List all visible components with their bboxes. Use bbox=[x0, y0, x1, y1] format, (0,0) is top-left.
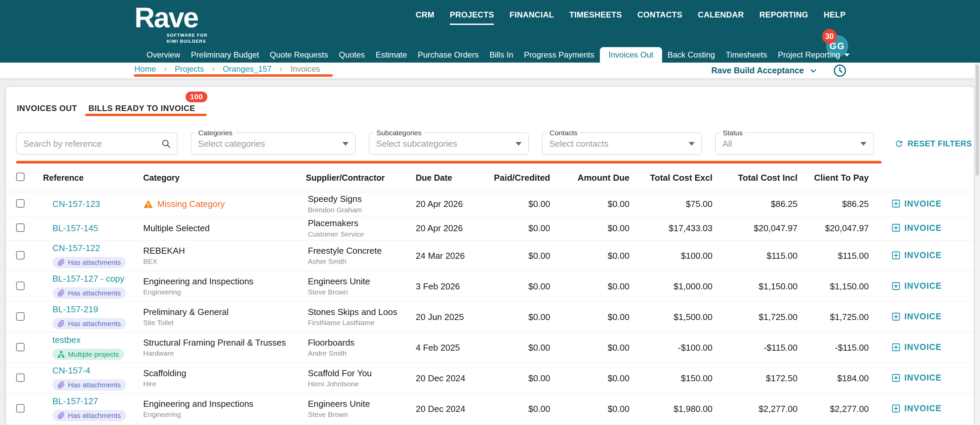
column-header-total-cost-excl: Total Cost Excl bbox=[630, 173, 713, 183]
row-checkbox[interactable] bbox=[16, 251, 24, 259]
supplier-name: Placemakers bbox=[308, 218, 416, 228]
total-cost-excl: -$100.00 bbox=[630, 343, 713, 353]
tab-invoices-out[interactable]: INVOICES OUT bbox=[17, 100, 77, 117]
row-checkbox[interactable] bbox=[16, 343, 24, 351]
reset-filters-button[interactable]: RESET FILTERS bbox=[892, 139, 974, 149]
top-nav-item-projects[interactable]: PROJECTS bbox=[450, 10, 494, 19]
add-invoice-icon bbox=[891, 223, 901, 233]
invoice-button[interactable]: INVOICE bbox=[889, 372, 944, 383]
project-nav-item-timesheets[interactable]: Timesheets bbox=[720, 47, 772, 62]
project-nav-item-estimate[interactable]: Estimate bbox=[371, 47, 412, 62]
invoice-button[interactable]: INVOICE bbox=[889, 250, 944, 260]
breadcrumb-projects[interactable]: Projects bbox=[175, 64, 204, 74]
row-checkbox[interactable] bbox=[16, 374, 24, 382]
project-nav-item-invoices-out[interactable]: Invoices Out bbox=[600, 47, 662, 62]
select-all-checkbox[interactable] bbox=[16, 173, 24, 181]
row-checkbox[interactable] bbox=[16, 404, 24, 412]
scrollbar-thumb[interactable] bbox=[976, 65, 979, 176]
filter-select-contacts[interactable]: Contacts Select contacts bbox=[542, 133, 702, 155]
reset-filters-label: RESET FILTERS bbox=[908, 139, 972, 149]
search-icon[interactable] bbox=[161, 139, 171, 149]
top-nav-item-help[interactable]: HELP bbox=[824, 10, 846, 19]
project-selector[interactable]: Rave Build Acceptance bbox=[709, 65, 819, 76]
total-cost-incl: $20,047.97 bbox=[713, 223, 797, 233]
project-nav-item-quotes[interactable]: Quotes bbox=[333, 47, 370, 62]
reference-link[interactable]: BL-157-127 bbox=[52, 396, 98, 406]
notification-badge[interactable]: 30 bbox=[822, 29, 837, 44]
add-invoice-icon bbox=[891, 343, 901, 352]
supplier-name: Speedy Signs bbox=[308, 194, 416, 204]
scrollbar[interactable] bbox=[975, 62, 980, 425]
filter-select-categories[interactable]: Categories Select categories bbox=[191, 133, 356, 155]
supplier-contact: Asher Smith bbox=[308, 257, 416, 265]
invoice-button[interactable]: INVOICE bbox=[889, 281, 944, 291]
add-invoice-icon bbox=[891, 251, 901, 260]
supplier-contact: Brendon Graham bbox=[308, 206, 416, 214]
invoice-button[interactable]: INVOICE bbox=[889, 342, 944, 352]
reference-link[interactable]: CN-157-123 bbox=[52, 199, 100, 209]
project-nav-item-back-costing[interactable]: Back Costing bbox=[662, 47, 720, 62]
column-header-paid-credited: Paid/Credited bbox=[490, 173, 550, 183]
project-nav-item-purchase-orders[interactable]: Purchase Orders bbox=[412, 47, 484, 62]
category-subtext: Engineering bbox=[143, 411, 253, 419]
filter-select-status[interactable]: Status All bbox=[715, 133, 873, 155]
paid-credited: $0.00 bbox=[490, 373, 550, 383]
paid-credited: $0.00 bbox=[490, 251, 550, 261]
filter-select-value: Select contacts bbox=[549, 139, 608, 149]
row-checkbox[interactable] bbox=[16, 199, 24, 208]
breadcrumb-home[interactable]: Home bbox=[134, 64, 156, 74]
history-button[interactable] bbox=[833, 64, 847, 78]
app: Rave SOFTWARE FOR KIWI BUILDERS CRMPROJE… bbox=[0, 0, 980, 425]
rave-logo[interactable]: Rave SOFTWARE FOR KIWI BUILDERS bbox=[134, 3, 208, 44]
has-attachments-chip: Has attachments bbox=[52, 257, 126, 268]
total-cost-incl: $172.50 bbox=[713, 373, 797, 383]
breadcrumb-separator: › bbox=[280, 64, 282, 74]
due-date: 20 Dec 2024 bbox=[416, 373, 490, 383]
row-checkbox[interactable] bbox=[16, 312, 24, 321]
paperclip-icon bbox=[57, 412, 65, 419]
reference-link[interactable]: testbex bbox=[52, 335, 81, 345]
project-nav-item-overview[interactable]: Overview bbox=[141, 47, 186, 62]
invoice-button[interactable]: INVOICE bbox=[889, 198, 944, 209]
total-cost-excl: $100.00 bbox=[630, 251, 713, 261]
breadcrumb: Home›Projects›Oranges_157›Invoices bbox=[134, 62, 320, 75]
tab-bills-ready-to-invoice[interactable]: BILLS READY TO INVOICE 100 bbox=[88, 100, 195, 117]
invoice-button[interactable]: INVOICE bbox=[889, 223, 944, 233]
project-nav-item-preliminary-budget[interactable]: Preliminary Budget bbox=[186, 47, 264, 62]
invoice-button[interactable]: INVOICE bbox=[889, 403, 944, 414]
paid-credited: $0.00 bbox=[490, 312, 550, 322]
chevron-down-icon bbox=[809, 67, 817, 75]
project-nav-item-project-reporting[interactable]: Project Reporting bbox=[772, 47, 854, 62]
reference-link[interactable]: CN-157-4 bbox=[52, 366, 91, 376]
top-nav-item-financial[interactable]: FINANCIAL bbox=[509, 10, 554, 19]
row-checkbox[interactable] bbox=[16, 224, 24, 232]
project-nav-item-bills-in[interactable]: Bills In bbox=[484, 47, 519, 62]
table-row: BL-157-127 Has attachments Engineering a… bbox=[6, 394, 974, 424]
top-nav-item-timesheets[interactable]: TIMESHEETS bbox=[569, 10, 622, 19]
search-input[interactable] bbox=[22, 138, 161, 149]
has-attachments-chip: Has attachments bbox=[52, 379, 126, 391]
supplier-contact: Steve Brown bbox=[308, 288, 416, 296]
dropdown-arrow-icon bbox=[515, 142, 522, 146]
add-invoice-icon bbox=[891, 404, 901, 413]
reference-link[interactable]: CN-157-122 bbox=[52, 243, 100, 253]
top-nav-item-contacts[interactable]: CONTACTS bbox=[637, 10, 682, 19]
top-nav-item-calendar[interactable]: CALENDAR bbox=[698, 10, 744, 19]
dropdown-arrow-icon bbox=[342, 142, 348, 146]
table-row: CN-157-4 Has attachments Scaffolding Hir… bbox=[6, 363, 974, 394]
amount-due: $0.00 bbox=[550, 223, 630, 233]
client-to-pay: $1,725.00 bbox=[797, 312, 869, 322]
reference-link[interactable]: BL-157-127 - copy bbox=[52, 274, 124, 284]
project-nav-item-quote-requests[interactable]: Quote Requests bbox=[264, 47, 333, 62]
paid-credited: $0.00 bbox=[490, 404, 550, 414]
category-label: Engineering and Inspections bbox=[143, 276, 253, 287]
filter-select-subcategories[interactable]: Subcategories Select subcategories bbox=[369, 133, 529, 155]
reference-link[interactable]: BL-157-145 bbox=[52, 224, 98, 233]
invoice-button[interactable]: INVOICE bbox=[889, 311, 944, 322]
top-nav-item-reporting[interactable]: REPORTING bbox=[759, 10, 808, 19]
top-nav-item-crm[interactable]: CRM bbox=[416, 10, 434, 19]
project-nav-item-progress-payments[interactable]: Progress Payments bbox=[519, 47, 600, 62]
breadcrumb-oranges-157[interactable]: Oranges_157 bbox=[223, 64, 272, 74]
reference-link[interactable]: BL-157-219 bbox=[52, 305, 98, 315]
row-checkbox[interactable] bbox=[16, 282, 24, 290]
